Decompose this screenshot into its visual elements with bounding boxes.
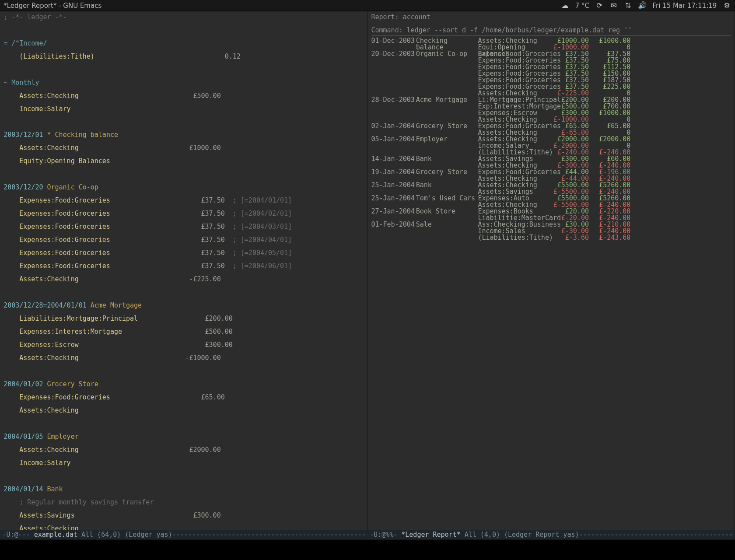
posting-account: Assets:Checking: [4, 276, 79, 284]
line-header-comment: ; -*- ledger -*-: [4, 14, 364, 20]
reg-date: 25-Jan-2004: [371, 195, 416, 202]
posting-account: Assets:Checking: [4, 525, 79, 530]
posting-amount: £65.00: [201, 394, 225, 402]
posting-account: Assets:Checking: [4, 354, 79, 362]
minibuffer[interactable]: [0, 540, 735, 560]
txn-date: 2003/12/28=2004/01/01: [4, 302, 87, 310]
posting-account: Assets:Checking: [4, 446, 79, 454]
reg-date: [371, 70, 416, 77]
effective-date-comment: ; [=2004/03/01]: [225, 223, 292, 231]
posting-account: Expenses:Escrow: [4, 341, 79, 349]
register-row: 14-Jan-2004BankAssets:Savings£300.00£60.…: [371, 156, 731, 162]
posting-account: Expenses:Food:Groceries: [4, 262, 110, 270]
editor-split: ; -*- ledger -*- = /^Income/ (Liabilitie…: [0, 11, 735, 530]
txn-date: 2003/12/01: [4, 131, 43, 139]
automated-rule: = /^Income/: [4, 39, 47, 47]
posting-account: Expenses:Food:Groceries: [4, 197, 110, 205]
modeline-right-buffer: *Ledger Report*: [401, 531, 460, 539]
posting-amount: 0.12: [225, 52, 241, 60]
posting-amount: £37.50: [201, 249, 225, 257]
report-command: Command: ledger --sort d -f /home/borbus…: [371, 27, 731, 33]
txn-payee: Acme Mortgage: [91, 302, 142, 310]
reg-payee: [416, 234, 478, 241]
register-row: 05-Jan-2004EmployerAssets:Checking£2000.…: [371, 136, 731, 143]
txn-payee: Bank: [47, 485, 63, 493]
reg-payee: [416, 228, 478, 234]
reg-date: [371, 103, 416, 110]
reg-running-total: £2000.00: [589, 136, 630, 143]
reg-date: 27-Jan-2004: [371, 208, 416, 215]
posting-amount: £37.50: [201, 210, 225, 218]
posting-account: Income:Salary: [4, 105, 70, 113]
left-pane[interactable]: ; -*- ledger -*- = /^Income/ (Liabilitie…: [0, 11, 368, 530]
reg-running-total: £1000.00: [589, 38, 630, 44]
reg-account: (Liabilities:Tithe): [478, 234, 550, 241]
reg-payee: Grocery Store: [416, 123, 478, 130]
posting-account: (Liabilities:Tithe): [4, 52, 94, 60]
posting-amount: £200.00: [205, 315, 233, 323]
refresh-icon[interactable]: ⟳: [595, 1, 604, 10]
posting-account: Expenses:Food:Groceries: [4, 236, 110, 244]
reg-payee: Grocery Store: [416, 169, 478, 175]
posting-amount: £37.50: [201, 236, 225, 244]
report-title: Report: account: [371, 14, 731, 20]
register-row: 02-Jan-2004Grocery StoreExpens:Food:Groc…: [371, 123, 731, 130]
posting-amount: £500.00: [193, 92, 220, 100]
report-output[interactable]: Report: account Command: ledger --sort d…: [371, 14, 731, 33]
mail-icon[interactable]: ✉: [609, 1, 618, 10]
reg-payee: [416, 143, 478, 149]
reg-running-total: £1000.00: [589, 110, 630, 116]
top-bar: *Ledger Report* - GNU Emacs ☁ 7 °C ⟳ ✉ ⇅…: [0, 0, 735, 11]
network-icon[interactable]: ⇅: [624, 1, 632, 10]
posting-amount: -£225.00: [189, 276, 220, 284]
modelines: -U:@--- example.dat All (64,0) (Ledger y…: [0, 530, 735, 540]
txn-payee: * Checking balance: [47, 131, 118, 139]
reg-date: [371, 84, 416, 90]
posting-amount: £300.00: [193, 511, 220, 519]
effective-date-comment: ; [=2004/06/01]: [225, 262, 292, 270]
ledger-source[interactable]: ; -*- ledger -*- = /^Income/ (Liabilitie…: [4, 14, 364, 530]
register-row: 25-Jan-2004BankAssets:Checking£5500.00£5…: [371, 182, 731, 189]
reg-payee: Acme Mortgage: [416, 97, 478, 103]
reg-payee: Organic Co-op: [416, 51, 478, 57]
volume-icon[interactable]: 🔊: [638, 1, 647, 10]
effective-date-comment: ; [=2004/04/01]: [225, 236, 292, 244]
right-pane[interactable]: Report: account Command: ledger --sort d…: [368, 11, 735, 530]
reg-payee: [416, 64, 478, 70]
register-row: 01-Feb-2004SaleAss:Checking:Business£30.…: [371, 221, 731, 228]
posting-amount: £2000.00: [189, 446, 220, 454]
posting-amount: £300.00: [205, 341, 233, 349]
reg-payee: [416, 77, 478, 84]
reg-date: 05-Jan-2004: [371, 136, 416, 143]
reg-payee: [416, 70, 478, 77]
posting-account: Assets:Checking: [4, 144, 79, 152]
txn-date: 2004/01/14: [4, 485, 43, 493]
effective-date-comment: ; [=2004/05/01]: [225, 249, 292, 257]
posting-account: Assets:Checking: [4, 407, 79, 415]
posting-amount: £37.50: [201, 223, 225, 231]
posting-account: Equity:Opening Balances: [4, 158, 110, 165]
posting-amount: £500.00: [205, 328, 233, 336]
reg-payee: Book Store: [416, 208, 478, 215]
reg-date: [371, 228, 416, 234]
txn-comment: ; Regular monthly savings transfer: [4, 499, 364, 506]
settings-gear-icon[interactable]: ⚙: [723, 1, 731, 10]
reg-amount: £-3.60: [551, 234, 589, 241]
reg-date: 20-Dec-2003: [371, 51, 416, 57]
register-row: Expenses:Escrow£300.00£1000.00: [371, 110, 731, 116]
reg-date: 02-Jan-2004: [371, 123, 416, 130]
posting-account: Liabilities:Mortgage:Principal: [4, 315, 138, 323]
posting-account: Assets:Checking: [4, 92, 79, 100]
posting-amount: -£1000.00: [185, 354, 220, 362]
txn-date: 2004/01/05: [4, 433, 43, 441]
register-row: Exp:Interest:Mortgage£500.00£700.00: [371, 103, 731, 110]
reg-payee: [416, 84, 478, 90]
posting-account: Expenses:Food:Groceries: [4, 223, 110, 231]
reg-running-total: £225.00: [589, 84, 630, 90]
reg-payee: Bank: [416, 156, 478, 162]
posting-amount: £1000.00: [189, 144, 220, 152]
reg-date: [371, 77, 416, 84]
reg-date: 25-Jan-2004: [371, 182, 416, 189]
reg-date: [371, 57, 416, 64]
reg-payee: Tom's Used Cars: [416, 195, 478, 202]
